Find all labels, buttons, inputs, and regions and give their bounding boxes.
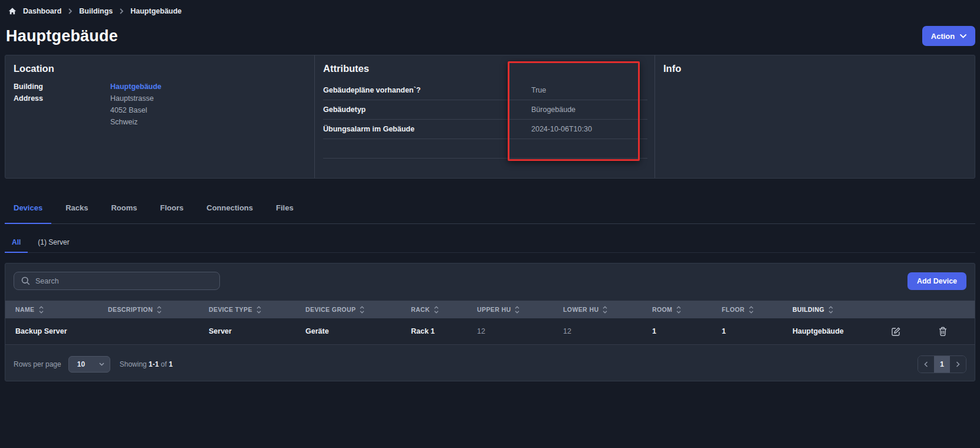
column-header-floor[interactable]: FLOOR xyxy=(720,306,791,314)
cell-lower-hu: 12 xyxy=(561,327,650,335)
tab-files[interactable]: Files xyxy=(267,194,302,223)
address-line: Schweiz xyxy=(110,116,154,128)
edit-icon[interactable] xyxy=(872,327,919,337)
tab-devices[interactable]: Devices xyxy=(5,194,51,223)
column-label: RACK xyxy=(411,306,430,313)
next-page-button[interactable] xyxy=(950,356,966,373)
column-header-device-type[interactable]: DEVICE TYPE xyxy=(207,306,304,314)
chevron-down-icon xyxy=(960,34,966,38)
column-label: FLOOR xyxy=(722,306,745,313)
subtab-server[interactable]: (1) Server xyxy=(31,224,76,252)
column-header-description[interactable]: DESCRIPTION xyxy=(106,306,207,314)
delete-icon[interactable] xyxy=(919,327,966,337)
filter-tab-bar: All (1) Server xyxy=(5,224,975,253)
search-icon xyxy=(21,276,30,285)
action-button[interactable]: Action xyxy=(922,26,975,46)
tab-racks[interactable]: Racks xyxy=(57,194,97,223)
sort-icon xyxy=(39,306,44,314)
sort-icon xyxy=(828,306,833,314)
tab-floors[interactable]: Floors xyxy=(152,194,193,223)
attribute-label: Übungsalarm im Gebäude xyxy=(323,125,531,133)
home-icon[interactable] xyxy=(8,7,17,15)
showing-status: Showing 1-1 of 1 xyxy=(120,360,173,368)
page-header: Hauptgebäude Action xyxy=(6,26,975,46)
search-box[interactable] xyxy=(14,272,220,290)
column-label: NAME xyxy=(15,306,35,313)
location-title: Location xyxy=(14,63,307,74)
showing-prefix: Showing xyxy=(120,360,147,368)
column-header-rack[interactable]: RACK xyxy=(409,306,475,314)
detail-card: Location Building Hauptgebäude Address H… xyxy=(5,55,975,179)
previous-page-button[interactable] xyxy=(918,356,934,373)
address-line: Hauptstrasse xyxy=(110,93,154,104)
cell-upper-hu: 12 xyxy=(475,327,561,335)
table-toolbar: Add Device xyxy=(14,272,966,290)
attributes-panel: Attributes Gebäudepläne vorhanden`? True… xyxy=(314,55,655,178)
sort-icon xyxy=(434,306,439,314)
subtab-all[interactable]: All xyxy=(5,224,28,252)
chevron-left-icon xyxy=(924,361,928,367)
cell-room: 1 xyxy=(650,327,720,335)
column-header-building[interactable]: BUILDING xyxy=(791,306,872,314)
attribute-value: True xyxy=(531,86,546,94)
tab-connections[interactable]: Connections xyxy=(198,194,262,223)
table-header-row: NAME DESCRIPTION DEVICE TYPE DEVICE GROU… xyxy=(5,301,975,318)
chevron-right-icon xyxy=(68,8,73,14)
breadcrumb-item-dashboard[interactable]: Dashboard xyxy=(23,7,61,15)
sort-icon xyxy=(676,306,681,314)
search-input[interactable] xyxy=(35,277,213,285)
cell-rack: Rack 1 xyxy=(409,327,475,335)
attribute-label: Gebäudepläne vorhanden`? xyxy=(323,86,531,94)
cell-name: Backup Server xyxy=(14,327,106,335)
attribute-value: Bürogebäude xyxy=(531,106,575,114)
sort-icon xyxy=(603,306,607,314)
column-label: DESCRIPTION xyxy=(108,306,153,313)
pagination: 1 xyxy=(917,355,966,373)
page-number-button[interactable]: 1 xyxy=(934,356,950,373)
info-title: Info xyxy=(663,63,968,74)
attribute-label: Gebäudetyp xyxy=(323,106,531,114)
column-header-name[interactable]: NAME xyxy=(14,306,106,314)
cell-building: Hauptgebäude xyxy=(791,327,872,335)
tab-bar: Devices Racks Rooms Floors Connections F… xyxy=(5,194,975,224)
add-device-button[interactable]: Add Device xyxy=(907,272,966,290)
column-label: UPPER HU xyxy=(477,306,511,313)
breadcrumb-item-buildings[interactable]: Buildings xyxy=(79,7,113,15)
column-header-lower-hu[interactable]: LOWER HU xyxy=(561,306,650,314)
info-panel: Info xyxy=(655,55,975,178)
column-header-upper-hu[interactable]: UPPER HU xyxy=(475,306,561,314)
showing-total: 1 xyxy=(169,360,173,368)
tab-rooms[interactable]: Rooms xyxy=(102,194,146,223)
chevron-right-icon xyxy=(119,8,124,14)
attribute-row: Übungsalarm im Gebäude 2024-10-06T10:30 xyxy=(323,120,647,139)
sort-icon xyxy=(515,306,519,314)
devices-table-card: Add Device NAME DESCRIPTION DEVICE TYPE … xyxy=(5,263,975,381)
action-button-label: Action xyxy=(931,32,955,41)
attribute-row: Gebäudetyp Bürogebäude xyxy=(323,100,647,120)
rows-per-page-select[interactable]: 10 xyxy=(68,356,110,373)
building-row: Building Hauptgebäude xyxy=(14,81,307,93)
column-label: BUILDING xyxy=(792,306,824,313)
column-label: DEVICE TYPE xyxy=(209,306,252,313)
address-row: Address Hauptstrasse 4052 Basel Schweiz xyxy=(14,93,307,128)
building-label: Building xyxy=(14,81,110,93)
cell-device-group: Geräte xyxy=(304,327,409,335)
cell-device-type: Server xyxy=(207,327,304,335)
location-panel: Location Building Hauptgebäude Address H… xyxy=(5,55,314,178)
building-link[interactable]: Hauptgebäude xyxy=(110,81,162,93)
table-row: Backup Server Server Geräte Rack 1 12 12… xyxy=(5,318,975,345)
sort-icon xyxy=(256,306,261,314)
table-footer: Rows per page 10 Showing 1-1 of 1 1 xyxy=(14,345,966,373)
breadcrumb-item-current: Hauptgebäude xyxy=(130,7,182,15)
column-label: LOWER HU xyxy=(563,306,598,313)
chevron-right-icon xyxy=(956,361,960,367)
attribute-value: 2024-10-06T10:30 xyxy=(531,125,592,133)
address-value: Hauptstrasse 4052 Basel Schweiz xyxy=(110,93,154,128)
column-label: ROOM xyxy=(652,306,672,313)
sort-icon xyxy=(360,306,364,314)
showing-range: 1-1 xyxy=(149,360,159,368)
column-header-device-group[interactable]: DEVICE GROUP xyxy=(304,306,409,314)
column-header-room[interactable]: ROOM xyxy=(650,306,720,314)
attribute-row: Gebäudepläne vorhanden`? True xyxy=(323,81,647,100)
sort-icon xyxy=(157,306,162,314)
